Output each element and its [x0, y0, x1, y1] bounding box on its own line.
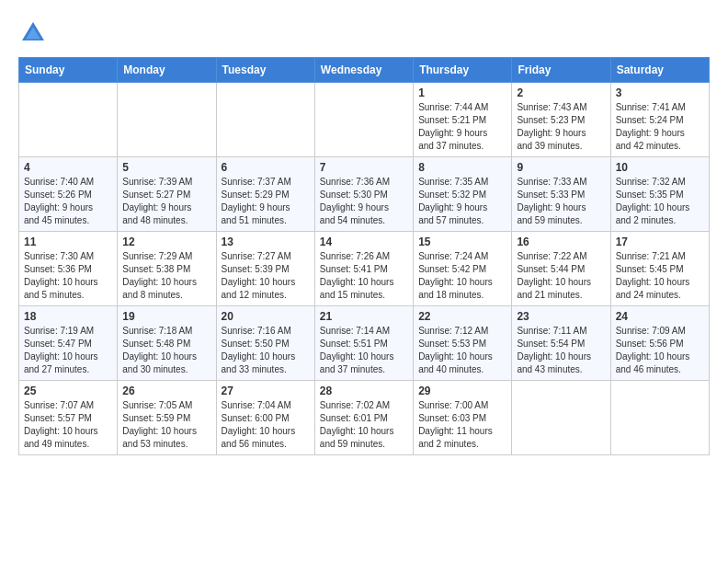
day-number: 24: [616, 310, 704, 323]
weekday-header-row: SundayMondayTuesdayWednesdayThursdayFrid…: [19, 58, 710, 83]
day-number: 6: [222, 161, 310, 174]
page-header: [18, 18, 710, 48]
weekday-header-thursday: Thursday: [414, 58, 512, 83]
day-number: 28: [320, 385, 408, 397]
day-number: 1: [418, 86, 506, 99]
calendar-cell: 29Sunrise: 7:00 AM Sunset: 6:03 PM Dayli…: [414, 381, 512, 455]
day-number: 27: [222, 385, 310, 397]
day-info: Sunrise: 7:33 AM Sunset: 5:33 PM Dayligh…: [517, 176, 605, 227]
calendar-cell: 10Sunrise: 7:32 AM Sunset: 5:35 PM Dayli…: [610, 157, 709, 232]
day-number: 4: [24, 161, 112, 174]
calendar-cell: 13Sunrise: 7:27 AM Sunset: 5:39 PM Dayli…: [216, 232, 314, 306]
weekday-header-sunday: Sunday: [19, 58, 118, 83]
day-number: 20: [222, 310, 310, 323]
day-info: Sunrise: 7:41 AM Sunset: 5:24 PM Dayligh…: [616, 101, 704, 153]
calendar-cell: 8Sunrise: 7:35 AM Sunset: 5:32 PM Daylig…: [414, 157, 512, 232]
day-info: Sunrise: 7:19 AM Sunset: 5:47 PM Dayligh…: [24, 325, 112, 376]
day-number: 25: [24, 385, 112, 397]
logo-icon: [18, 18, 48, 48]
day-info: Sunrise: 7:16 AM Sunset: 5:50 PM Dayligh…: [222, 325, 310, 376]
calendar-cell: 27Sunrise: 7:04 AM Sunset: 6:00 PM Dayli…: [216, 381, 314, 455]
day-number: 9: [517, 161, 605, 174]
day-number: 8: [418, 161, 506, 174]
calendar-cell: 15Sunrise: 7:24 AM Sunset: 5:42 PM Dayli…: [414, 232, 512, 306]
day-number: 7: [320, 161, 408, 174]
calendar-cell: 25Sunrise: 7:07 AM Sunset: 5:57 PM Dayli…: [19, 381, 118, 455]
calendar-week-row: 18Sunrise: 7:19 AM Sunset: 5:47 PM Dayli…: [19, 306, 710, 381]
calendar-cell: [314, 83, 413, 157]
weekday-header-friday: Friday: [512, 58, 610, 83]
calendar-cell: 22Sunrise: 7:12 AM Sunset: 5:53 PM Dayli…: [414, 306, 512, 381]
day-number: 23: [517, 310, 605, 323]
day-number: 2: [517, 86, 605, 99]
day-number: 17: [616, 236, 704, 248]
calendar-cell: [216, 83, 314, 157]
day-info: Sunrise: 7:02 AM Sunset: 6:01 PM Dayligh…: [320, 399, 408, 451]
calendar-cell: 26Sunrise: 7:05 AM Sunset: 5:59 PM Dayli…: [118, 381, 216, 455]
day-info: Sunrise: 7:12 AM Sunset: 5:53 PM Dayligh…: [418, 325, 506, 376]
calendar-cell: 2Sunrise: 7:43 AM Sunset: 5:23 PM Daylig…: [512, 83, 610, 157]
calendar-cell: 24Sunrise: 7:09 AM Sunset: 5:56 PM Dayli…: [610, 306, 709, 381]
day-info: Sunrise: 7:44 AM Sunset: 5:21 PM Dayligh…: [418, 101, 506, 153]
day-number: 12: [122, 236, 210, 248]
calendar-cell: [118, 83, 216, 157]
calendar-cell: 3Sunrise: 7:41 AM Sunset: 5:24 PM Daylig…: [610, 83, 709, 157]
calendar-week-row: 1Sunrise: 7:44 AM Sunset: 5:21 PM Daylig…: [19, 83, 710, 157]
day-info: Sunrise: 7:22 AM Sunset: 5:44 PM Dayligh…: [517, 250, 605, 302]
calendar-cell: [512, 381, 610, 455]
calendar-cell: 17Sunrise: 7:21 AM Sunset: 5:45 PM Dayli…: [610, 232, 709, 306]
day-number: 15: [418, 236, 506, 248]
calendar-cell: 16Sunrise: 7:22 AM Sunset: 5:44 PM Dayli…: [512, 232, 610, 306]
day-info: Sunrise: 7:43 AM Sunset: 5:23 PM Dayligh…: [517, 101, 605, 153]
day-info: Sunrise: 7:32 AM Sunset: 5:35 PM Dayligh…: [616, 176, 704, 227]
day-number: 29: [418, 385, 506, 397]
calendar-cell: [610, 381, 709, 455]
weekday-header-saturday: Saturday: [610, 58, 709, 83]
logo: [18, 18, 51, 48]
day-info: Sunrise: 7:14 AM Sunset: 5:51 PM Dayligh…: [320, 325, 408, 376]
day-info: Sunrise: 7:18 AM Sunset: 5:48 PM Dayligh…: [122, 325, 210, 376]
day-number: 19: [122, 310, 210, 323]
calendar-cell: 14Sunrise: 7:26 AM Sunset: 5:41 PM Dayli…: [314, 232, 413, 306]
weekday-header-monday: Monday: [118, 58, 216, 83]
day-info: Sunrise: 7:29 AM Sunset: 5:38 PM Dayligh…: [122, 250, 210, 302]
day-info: Sunrise: 7:26 AM Sunset: 5:41 PM Dayligh…: [320, 250, 408, 302]
calendar-cell: 23Sunrise: 7:11 AM Sunset: 5:54 PM Dayli…: [512, 306, 610, 381]
day-info: Sunrise: 7:36 AM Sunset: 5:30 PM Dayligh…: [320, 176, 408, 227]
day-info: Sunrise: 7:21 AM Sunset: 5:45 PM Dayligh…: [616, 250, 704, 302]
day-number: 16: [517, 236, 605, 248]
day-number: 22: [418, 310, 506, 323]
day-number: 26: [122, 385, 210, 397]
day-info: Sunrise: 7:05 AM Sunset: 5:59 PM Dayligh…: [122, 399, 210, 451]
calendar-table: SundayMondayTuesdayWednesdayThursdayFrid…: [18, 57, 710, 455]
calendar-cell: 1Sunrise: 7:44 AM Sunset: 5:21 PM Daylig…: [414, 83, 512, 157]
day-info: Sunrise: 7:09 AM Sunset: 5:56 PM Dayligh…: [616, 325, 704, 376]
day-number: 5: [122, 161, 210, 174]
calendar-cell: 28Sunrise: 7:02 AM Sunset: 6:01 PM Dayli…: [314, 381, 413, 455]
day-number: 10: [616, 161, 704, 174]
calendar-cell: 9Sunrise: 7:33 AM Sunset: 5:33 PM Daylig…: [512, 157, 610, 232]
day-info: Sunrise: 7:39 AM Sunset: 5:27 PM Dayligh…: [122, 176, 210, 227]
day-info: Sunrise: 7:00 AM Sunset: 6:03 PM Dayligh…: [418, 399, 506, 451]
calendar-cell: 12Sunrise: 7:29 AM Sunset: 5:38 PM Dayli…: [118, 232, 216, 306]
day-info: Sunrise: 7:37 AM Sunset: 5:29 PM Dayligh…: [222, 176, 310, 227]
day-number: 3: [616, 86, 704, 99]
day-info: Sunrise: 7:30 AM Sunset: 5:36 PM Dayligh…: [24, 250, 112, 302]
calendar-week-row: 11Sunrise: 7:30 AM Sunset: 5:36 PM Dayli…: [19, 232, 710, 306]
day-number: 13: [222, 236, 310, 248]
calendar-cell: 21Sunrise: 7:14 AM Sunset: 5:51 PM Dayli…: [314, 306, 413, 381]
day-number: 21: [320, 310, 408, 323]
calendar-cell: 5Sunrise: 7:39 AM Sunset: 5:27 PM Daylig…: [118, 157, 216, 232]
weekday-header-tuesday: Tuesday: [216, 58, 314, 83]
day-number: 18: [24, 310, 112, 323]
day-info: Sunrise: 7:24 AM Sunset: 5:42 PM Dayligh…: [418, 250, 506, 302]
day-info: Sunrise: 7:40 AM Sunset: 5:26 PM Dayligh…: [24, 176, 112, 227]
calendar-cell: 18Sunrise: 7:19 AM Sunset: 5:47 PM Dayli…: [19, 306, 118, 381]
calendar-cell: 4Sunrise: 7:40 AM Sunset: 5:26 PM Daylig…: [19, 157, 118, 232]
calendar-cell: 11Sunrise: 7:30 AM Sunset: 5:36 PM Dayli…: [19, 232, 118, 306]
calendar-cell: 7Sunrise: 7:36 AM Sunset: 5:30 PM Daylig…: [314, 157, 413, 232]
calendar-cell: [19, 83, 118, 157]
day-info: Sunrise: 7:35 AM Sunset: 5:32 PM Dayligh…: [418, 176, 506, 227]
day-info: Sunrise: 7:07 AM Sunset: 5:57 PM Dayligh…: [24, 399, 112, 451]
calendar-week-row: 25Sunrise: 7:07 AM Sunset: 5:57 PM Dayli…: [19, 381, 710, 455]
